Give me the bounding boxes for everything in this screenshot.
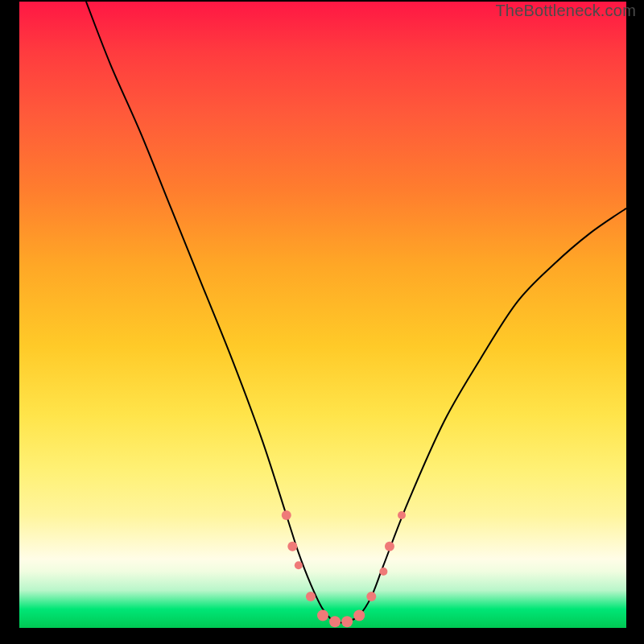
- curve-marker: [366, 592, 376, 601]
- curve-marker: [306, 592, 316, 601]
- curve-marker: [295, 561, 303, 569]
- curve-marker: [317, 609, 328, 621]
- curve-marker: [385, 542, 394, 551]
- curve-layer: [19, 2, 626, 628]
- plot-area: [19, 2, 626, 628]
- curve-marker: [353, 609, 365, 621]
- curve-marker: [379, 568, 387, 576]
- watermark-label: TheBottleneck.com: [495, 2, 636, 20]
- chart-outer-frame: TheBottleneck.com: [0, 0, 644, 644]
- curve-marker: [341, 616, 353, 627]
- curve-marker: [329, 616, 341, 627]
- curve-marker: [287, 542, 297, 551]
- curve-marker: [282, 510, 291, 520]
- bottleneck-curve: [86, 2, 626, 623]
- curve-marker: [398, 511, 406, 519]
